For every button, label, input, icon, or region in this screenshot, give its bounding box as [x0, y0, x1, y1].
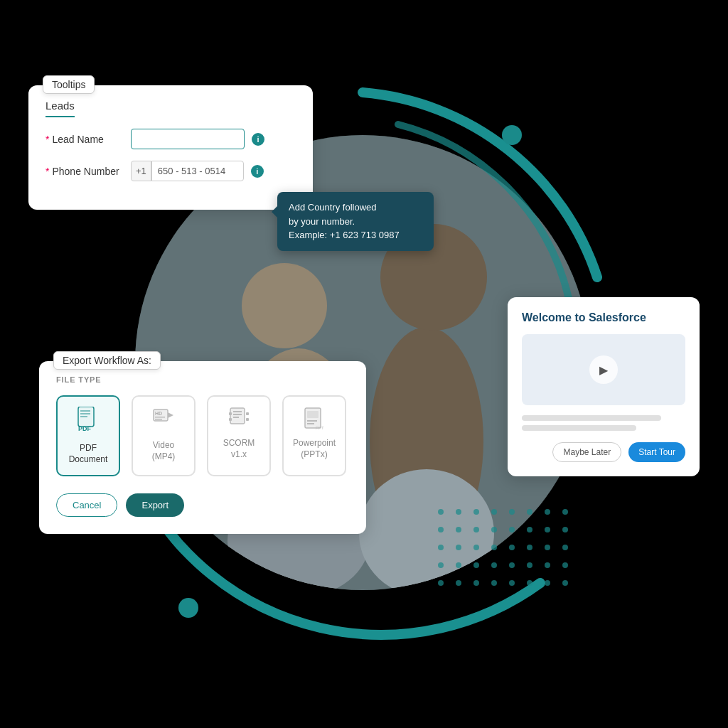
svg-point-44 — [456, 580, 461, 586]
svg-point-46 — [491, 580, 497, 586]
tooltips-label: Tooltips — [43, 75, 95, 94]
svg-rect-58 — [155, 417, 165, 418]
svg-text:PPT: PPT — [316, 426, 324, 429]
svg-text:PDF: PDF — [78, 425, 92, 432]
lead-name-label: *Lead Name — [46, 134, 124, 145]
svg-point-26 — [562, 527, 568, 532]
scorm-label: SCORMv1.x — [223, 438, 255, 460]
svg-point-10 — [178, 598, 198, 618]
svg-point-13 — [473, 509, 479, 515]
svg-point-16 — [527, 509, 532, 515]
start-tour-button[interactable]: Start Tour — [628, 442, 685, 462]
cancel-button[interactable]: Cancel — [56, 493, 117, 517]
tooltip-line1: Add Country followed — [289, 200, 422, 215]
svg-point-39 — [509, 562, 515, 568]
svg-rect-54 — [80, 416, 87, 417]
svg-rect-67 — [229, 418, 232, 421]
svg-point-33 — [545, 545, 550, 550]
phone-info-icon[interactable]: i — [251, 165, 264, 178]
video-label: Video(MP4) — [152, 440, 176, 462]
tooltip-line2: by your number. — [289, 215, 422, 229]
salesforce-welcome-card: Welcome to Salesforce ▶ Maybe Later Star… — [508, 297, 700, 476]
svg-rect-63 — [233, 414, 242, 415]
svg-point-12 — [456, 509, 461, 515]
svg-point-47 — [509, 580, 515, 586]
export-workflow-card: Export Workflow As: FILE TYPE PDF PDFDoc… — [39, 361, 366, 534]
sf-text-line-1 — [522, 415, 661, 421]
svg-point-40 — [527, 562, 532, 568]
phone-prefix: +1 — [131, 161, 151, 181]
file-options-container: PDF PDFDocument HD Video(MP4) — [56, 395, 349, 476]
svg-point-7 — [359, 469, 494, 597]
svg-point-23 — [509, 527, 515, 532]
tooltips-card: Tooltips Leads *Lead Name i *Phone Numbe… — [28, 85, 313, 210]
file-type-label: FILE TYPE — [56, 375, 349, 384]
svg-point-29 — [473, 545, 479, 550]
lead-name-row: *Lead Name i — [46, 129, 296, 149]
tooltip-example: Example: +1 623 713 0987 — [289, 228, 422, 242]
svg-point-27 — [438, 545, 444, 550]
svg-rect-59 — [155, 419, 162, 420]
pdf-label: PDFDocument — [69, 443, 108, 465]
svg-point-9 — [502, 125, 522, 145]
video-placeholder[interactable]: ▶ — [522, 334, 685, 405]
tooltip-example-label: Example: — [289, 230, 327, 240]
phone-required-star: * — [46, 166, 49, 177]
scorm-icon — [228, 407, 250, 432]
file-option-pdf[interactable]: PDF PDFDocument — [56, 395, 120, 476]
svg-point-14 — [491, 509, 497, 515]
svg-point-21 — [473, 527, 479, 532]
svg-point-48 — [527, 580, 532, 586]
svg-point-50 — [562, 580, 568, 586]
export-button[interactable]: Export — [126, 493, 184, 517]
svg-point-37 — [473, 562, 479, 568]
tooltip-example-value: +1 623 713 0987 — [330, 230, 400, 240]
svg-point-38 — [491, 562, 497, 568]
video-icon: HD — [152, 407, 175, 434]
tooltip-popup: Add Country followed by your number. Exa… — [277, 192, 434, 251]
svg-point-28 — [456, 545, 461, 550]
file-option-powerpoint[interactable]: PPT Powerpoint(PPTx) — [282, 395, 346, 476]
svg-point-24 — [527, 527, 532, 532]
svg-rect-72 — [307, 423, 314, 424]
svg-point-35 — [438, 562, 444, 568]
svg-rect-68 — [246, 418, 249, 421]
svg-marker-60 — [168, 412, 173, 418]
file-option-scorm[interactable]: SCORMv1.x — [207, 395, 271, 476]
phone-number-label: *Phone Number — [46, 166, 124, 177]
svg-rect-64 — [233, 417, 239, 418]
lead-name-input[interactable] — [131, 129, 245, 149]
svg-point-31 — [509, 545, 515, 550]
svg-rect-70 — [307, 411, 318, 418]
svg-text:HD: HD — [155, 411, 162, 416]
lead-name-info-icon[interactable]: i — [252, 133, 264, 146]
powerpoint-icon: PPT — [303, 407, 326, 432]
salesforce-text-lines — [522, 415, 685, 431]
svg-point-43 — [438, 580, 444, 586]
salesforce-action-buttons: Maybe Later Start Tour — [522, 442, 685, 462]
svg-point-36 — [456, 562, 461, 568]
svg-point-34 — [562, 545, 568, 550]
svg-point-20 — [456, 527, 461, 532]
play-button[interactable]: ▶ — [589, 355, 618, 384]
form-section-title: Leads — [46, 100, 75, 117]
file-option-video[interactable]: HD Video(MP4) — [132, 395, 196, 476]
svg-point-19 — [438, 527, 444, 532]
svg-rect-71 — [307, 420, 317, 422]
svg-point-30 — [491, 545, 497, 550]
svg-rect-53 — [80, 413, 90, 414]
svg-rect-65 — [229, 412, 232, 415]
svg-point-25 — [545, 527, 550, 532]
sf-text-line-2 — [522, 425, 636, 431]
svg-rect-62 — [233, 411, 242, 412]
export-buttons-container: Cancel Export — [56, 493, 349, 517]
maybe-later-button[interactable]: Maybe Later — [552, 442, 621, 462]
svg-rect-52 — [80, 410, 90, 412]
required-star: * — [46, 134, 49, 145]
salesforce-title: Welcome to Salesforce — [522, 311, 685, 324]
svg-rect-61 — [230, 408, 245, 424]
svg-point-22 — [491, 527, 497, 532]
phone-input[interactable] — [151, 161, 244, 181]
svg-point-18 — [562, 509, 568, 515]
svg-rect-66 — [246, 412, 249, 415]
